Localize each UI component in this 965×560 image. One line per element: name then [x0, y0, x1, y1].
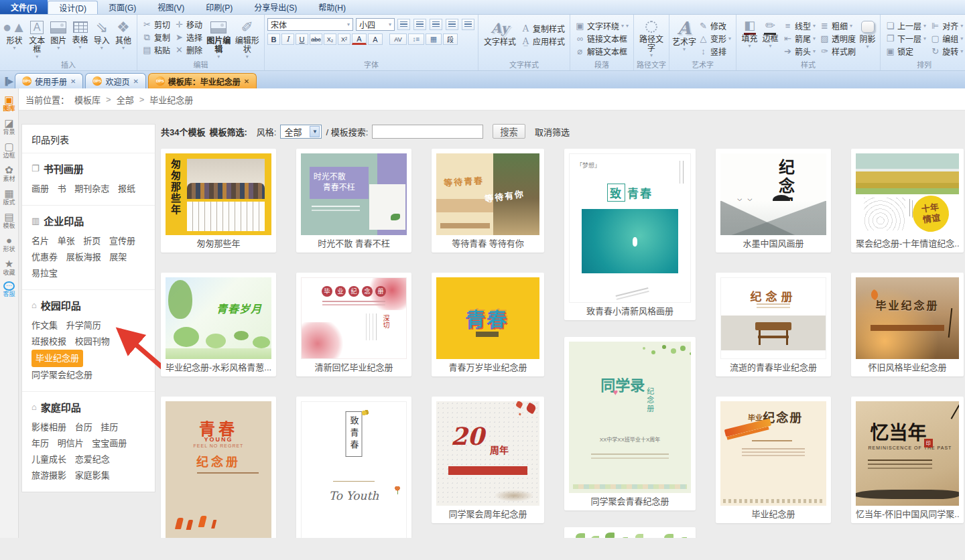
- align-objects-button[interactable]: ⊫对齐▾: [930, 19, 963, 32]
- link-xuanchuance[interactable]: 宣传册: [109, 233, 135, 249]
- line-spacing-button[interactable]: ↕≡: [408, 33, 424, 45]
- style-brush-button[interactable]: ✑样式刷: [820, 45, 856, 58]
- align-left-button[interactable]: [397, 19, 410, 30]
- template-card[interactable]: 十年情谊 聚会纪念册-十年情谊纪念...: [851, 149, 964, 253]
- font-highlight-button[interactable]: A: [368, 33, 383, 45]
- close-icon[interactable]: ✕: [70, 78, 76, 85]
- columns-button[interactable]: ▦: [426, 33, 442, 45]
- menu-share-export[interactable]: 分享导出(S): [243, 0, 308, 14]
- link-mingpian[interactable]: 名片: [31, 233, 49, 249]
- paste-button[interactable]: ▤粘贴: [142, 44, 170, 56]
- apply-style-button[interactable]: A̲应用样式: [521, 35, 565, 48]
- template-card[interactable]: 青春 YOUNG FEEL NO REGRET 纪念册 咖啡色怀旧青春纪念册: [161, 397, 276, 538]
- template-card[interactable]: 青春 青春万岁毕业纪念册: [432, 273, 544, 376]
- menu-view[interactable]: 视图(V): [147, 0, 195, 14]
- arrow-tail-button[interactable]: ⇤箭尾▾: [783, 32, 816, 45]
- text-wrap-button[interactable]: ▣文字环绕▾: [575, 19, 629, 32]
- link-baozhi[interactable]: 报纸: [118, 181, 135, 197]
- path-text-button[interactable]: 路径文字: [637, 18, 666, 58]
- fill-button[interactable]: ◧填充: [739, 18, 760, 49]
- link-ertongchengzhang[interactable]: 儿童成长: [31, 451, 66, 468]
- font-color-button[interactable]: A: [352, 33, 367, 45]
- underline-button[interactable]: U: [296, 33, 308, 45]
- superscript-button[interactable]: X²: [338, 33, 350, 45]
- link-nianli[interactable]: 年历: [31, 435, 49, 451]
- insert-table-button[interactable]: 表格: [69, 18, 90, 50]
- template-card[interactable]: 致青春 To Youth 致青春-我们的青春纪念册: [296, 397, 411, 538]
- group-button[interactable]: ▢编组▾: [930, 32, 963, 45]
- insert-shape-button[interactable]: ●▲形状: [3, 18, 26, 51]
- font-size-select[interactable]: 小四▾: [356, 18, 395, 31]
- send-backward-button[interactable]: ❐下一层▾: [885, 32, 926, 45]
- text-style-button[interactable]: Ay文字样式: [481, 18, 519, 47]
- link-lianaijinian[interactable]: 恋爱纪念: [75, 451, 110, 468]
- template-card[interactable]: 匆匆那些年 匆匆那些年: [161, 149, 276, 253]
- wordart-modify-button[interactable]: ✎修改: [698, 19, 731, 32]
- link-danzhang[interactable]: 单张: [58, 233, 75, 249]
- link-shengxuejianli[interactable]: 升学简历: [66, 318, 101, 334]
- tab-welcome[interactable]: DPS 欢迎页 ✕: [85, 73, 145, 88]
- menu-help[interactable]: 帮助(H): [308, 0, 357, 14]
- template-card[interactable]: [564, 527, 696, 538]
- copy-button[interactable]: ⧉复制: [142, 31, 170, 44]
- template-search-input[interactable]: [372, 125, 483, 139]
- template-card[interactable]: 忆当年 REMINISCENCE OF THE PAST 印 忆当年-怀旧中国风…: [851, 397, 964, 523]
- bring-forward-button[interactable]: ❏上一层▾: [885, 19, 926, 32]
- paragraph-mark-button[interactable]: 段: [443, 33, 458, 45]
- menu-design[interactable]: 设计(D): [48, 1, 98, 14]
- template-card[interactable]: 毕业纪念册 深切 清新回忆毕业纪念册: [296, 273, 411, 376]
- tab-user-manual[interactable]: DPS 使用手册 ✕: [15, 73, 83, 88]
- menu-file[interactable]: 文件(F): [0, 0, 48, 14]
- delete-button[interactable]: ✕删除: [174, 44, 202, 56]
- align-right-button[interactable]: [430, 19, 442, 30]
- link-huace[interactable]: 画册: [31, 181, 49, 197]
- copy-style-button[interactable]: A复制样式: [521, 22, 565, 35]
- template-card[interactable]: 同学录 ♥ 纪念册 XX中学XX班毕业十X周年 同学聚会青春纪念册: [564, 337, 696, 510]
- sidebar-item-favorites[interactable]: ★收藏: [0, 258, 19, 277]
- align-distribute-button[interactable]: [462, 19, 474, 30]
- insert-import-button[interactable]: ⇘导入: [91, 18, 113, 51]
- wordart-vertical-button[interactable]: ↕竖排: [698, 45, 731, 58]
- template-card[interactable]: 等待青春 等待有你 等待青春 等待有你: [432, 149, 544, 253]
- sidebar-item-shape[interactable]: ●形状: [0, 234, 19, 253]
- arrow-head-button[interactable]: ➔箭头▾: [783, 45, 816, 58]
- sidebar-item-background[interactable]: ◪背景: [0, 117, 19, 136]
- close-icon[interactable]: ✕: [133, 78, 138, 85]
- menu-page[interactable]: 页面(G): [98, 0, 147, 14]
- wordart-transform-button[interactable]: △变形▾: [698, 32, 731, 45]
- sidebar-item-border[interactable]: ▢边框: [0, 141, 19, 159]
- sidebar-item-template[interactable]: ▤模板: [0, 211, 19, 230]
- font-family-select[interactable]: 宋体▾: [267, 18, 353, 31]
- template-card[interactable]: 毕业纪念册 怀旧风格毕业纪念册: [851, 273, 964, 376]
- link-tongxuejuhui[interactable]: 同学聚会纪念册: [31, 367, 92, 383]
- template-card[interactable]: 纪念册 ⌵ ⌵ 水墨中国风画册: [716, 149, 831, 253]
- sidebar-item-support[interactable]: ⋯客服: [0, 281, 19, 298]
- link-baobaohuace[interactable]: 宝宝画册: [92, 435, 127, 451]
- link-zhanjia[interactable]: 展架: [109, 249, 127, 265]
- insert-textbox-button[interactable]: A文本框: [26, 18, 48, 60]
- border-button[interactable]: ✏边框: [760, 18, 781, 49]
- link-banbaoxiaobao[interactable]: 班报校报: [31, 334, 66, 350]
- template-card[interactable]: 20 周年 同学聚会周年纪念册: [432, 397, 544, 523]
- wordart-button[interactable]: A艺术字: [672, 18, 696, 52]
- char-spacing-button[interactable]: AV: [389, 33, 407, 45]
- link-qikanzazhi[interactable]: 期刊杂志: [74, 181, 109, 197]
- line-type-button[interactable]: ≡线型▾: [783, 19, 816, 32]
- link-xiaoyuankanwu[interactable]: 校园刊物: [75, 334, 110, 350]
- search-button[interactable]: 搜索: [493, 124, 525, 139]
- link-youhuiquan[interactable]: 优惠券: [31, 249, 58, 265]
- link-guali[interactable]: 挂历: [101, 419, 118, 435]
- edit-shape-button[interactable]: ✐编辑形状: [233, 18, 261, 60]
- link-biyejinianece-highlighted[interactable]: 毕业纪念册: [31, 350, 83, 367]
- close-icon[interactable]: ✕: [244, 78, 249, 85]
- insert-other-button[interactable]: ❖其他: [113, 18, 134, 51]
- strikethrough-button[interactable]: abc: [310, 33, 322, 45]
- link-zhanbanhaibao[interactable]: 展板海报: [66, 249, 101, 265]
- image-edit-button[interactable]: 图片编辑: [204, 18, 233, 60]
- link-yilabao[interactable]: 易拉宝: [31, 265, 58, 281]
- link-shu[interactable]: 书: [58, 181, 66, 197]
- template-card[interactable]: 青春岁月 毕业纪念册-水彩风格青葱...: [161, 273, 276, 376]
- sidebar-item-gallery[interactable]: ▣图库: [0, 94, 19, 113]
- tab-template-library[interactable]: DPS 模板库：毕业纪念册 ✕: [148, 73, 257, 88]
- shadow-button[interactable]: 阴影: [858, 18, 877, 50]
